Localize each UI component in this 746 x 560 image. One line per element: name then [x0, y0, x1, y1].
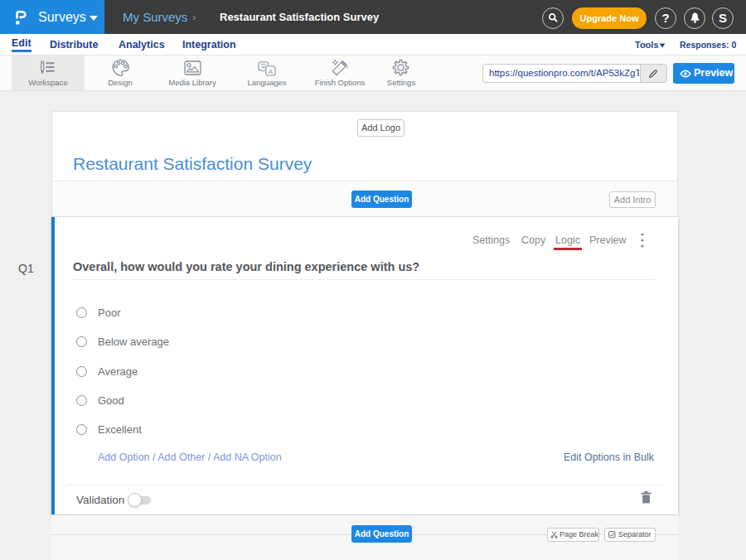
svg-text:A: A — [269, 68, 274, 75]
